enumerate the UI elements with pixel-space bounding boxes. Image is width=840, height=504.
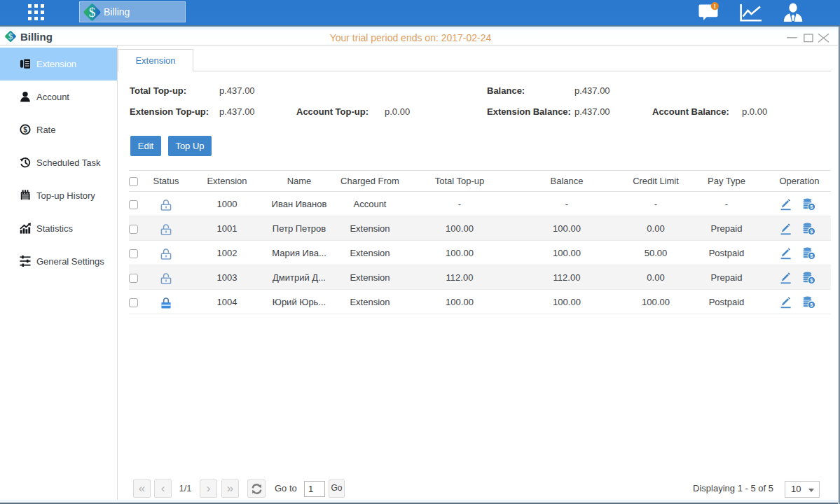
svg-text:$: $ — [89, 5, 96, 20]
svg-text:$: $ — [8, 31, 13, 41]
svg-text:$: $ — [23, 126, 27, 134]
svg-text:!: ! — [714, 2, 716, 10]
